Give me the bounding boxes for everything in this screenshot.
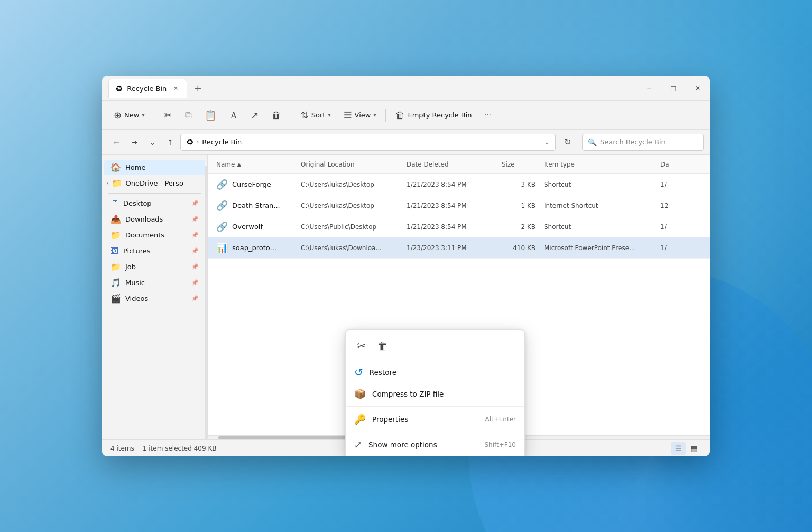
onedrive-label: OneDrive - Perso bbox=[125, 179, 183, 187]
more-options-button[interactable]: ··· bbox=[479, 106, 496, 124]
file-date-cell: 1/21/2023 8:54 PM bbox=[407, 202, 502, 209]
paste-button[interactable]: 📋 bbox=[199, 106, 222, 124]
table-row[interactable]: 🔗 CurseForge C:\Users\lukas\Desktop 1/21… bbox=[208, 174, 710, 195]
copy-button[interactable]: ⧉ bbox=[180, 106, 197, 124]
sidebar-item-music[interactable]: 🎵 Music 📌 bbox=[104, 275, 205, 290]
address-path[interactable]: ♻ › Recycle Bin ⌄ bbox=[180, 134, 556, 151]
file-date-cell: 1/21/2023 8:54 PM bbox=[407, 181, 502, 188]
sidebar-group-onedrive[interactable]: › 📁 OneDrive - Perso bbox=[102, 176, 207, 191]
ctx-compress-item[interactable]: 📦 Compress to ZIP file bbox=[346, 383, 524, 404]
path-recycle-icon: ♻ bbox=[186, 137, 193, 147]
new-tab-button[interactable]: + bbox=[189, 80, 206, 97]
search-box[interactable]: 🔍 Search Recycle Bin bbox=[582, 134, 704, 151]
job-label: Job bbox=[125, 263, 136, 271]
cut-button[interactable]: ✂ bbox=[159, 106, 177, 124]
address-bar: ← → ⌄ ↑ ♻ › Recycle Bin ⌄ ↻ 🔍 Search Rec… bbox=[102, 130, 710, 155]
videos-label: Videos bbox=[125, 295, 148, 302]
window-controls: ─ □ ✕ bbox=[637, 76, 710, 100]
paste-icon: 📋 bbox=[205, 109, 216, 121]
new-button[interactable]: ⊕ New ▾ bbox=[108, 106, 150, 124]
ctx-restore-item[interactable]: ↺ Restore bbox=[346, 361, 524, 383]
sidebar-divider bbox=[108, 193, 201, 194]
file-orig-cell: C:\Users\Public\Desktop bbox=[301, 223, 407, 231]
ctx-restore-label: Restore bbox=[370, 368, 396, 377]
forward-button[interactable]: → bbox=[126, 134, 142, 150]
new-label: New bbox=[124, 111, 139, 119]
onedrive-icon: 📁 bbox=[112, 178, 122, 188]
search-icon: 🔍 bbox=[588, 138, 597, 146]
col-header-name[interactable]: Name ▲ bbox=[216, 161, 301, 168]
ctx-show-more-item[interactable]: ⤢ Show more options Shift+F10 bbox=[346, 434, 524, 455]
share-button[interactable]: ↗ bbox=[246, 106, 264, 124]
maximize-button[interactable]: □ bbox=[661, 76, 686, 100]
col-header-type[interactable]: Item type bbox=[544, 161, 660, 168]
job-pin-icon: 📌 bbox=[191, 263, 199, 270]
active-tab[interactable]: ♻ Recycle Bin ✕ bbox=[108, 79, 187, 98]
tab-recycle-icon: ♻ bbox=[115, 84, 123, 94]
tab-close-button[interactable]: ✕ bbox=[171, 84, 180, 93]
context-menu: ✂ 🗑 ↺ Restore 📦 Compress to ZIP file 🔑 P… bbox=[345, 329, 525, 456]
sidebar-item-desktop[interactable]: 🖥 Desktop 📌 bbox=[104, 196, 205, 211]
col-header-orig[interactable]: Original Location bbox=[301, 161, 407, 168]
list-view-button[interactable]: ☰ bbox=[671, 442, 686, 455]
ctx-cut-icon: ✂ bbox=[357, 340, 366, 352]
name-sort-arrow: ▲ bbox=[237, 161, 241, 167]
ctx-cut-button[interactable]: ✂ bbox=[352, 336, 371, 355]
close-button[interactable]: ✕ bbox=[686, 76, 710, 100]
col-header-size[interactable]: Size bbox=[502, 161, 544, 168]
sort-icon: ⇅ bbox=[301, 109, 309, 121]
sidebar-home-label: Home bbox=[125, 163, 145, 171]
sidebar-item-job[interactable]: 📁 Job 📌 bbox=[104, 259, 205, 274]
delete-button[interactable]: 🗑 bbox=[266, 106, 287, 124]
minimize-button[interactable]: ─ bbox=[637, 76, 661, 100]
sidebar-item-videos[interactable]: 🎬 Videos 📌 bbox=[104, 291, 205, 306]
downloads-label: Downloads bbox=[125, 215, 163, 223]
path-dropdown-icon[interactable]: ⌄ bbox=[545, 139, 550, 146]
ctx-compress-label: Compress to ZIP file bbox=[372, 390, 444, 398]
file-type-cell: Shortcut bbox=[544, 181, 660, 188]
sidebar-item-downloads[interactable]: 📥 Downloads 📌 bbox=[104, 212, 205, 227]
ctx-properties-shortcut: Alt+Enter bbox=[485, 416, 516, 423]
home-icon: 🏠 bbox=[110, 162, 121, 172]
share-icon: ↗ bbox=[251, 109, 259, 121]
sidebar-item-documents[interactable]: 📁 Documents 📌 bbox=[104, 227, 205, 243]
context-menu-icon-row: ✂ 🗑 bbox=[346, 333, 524, 359]
file-orig-cell: C:\Users\lukas\Desktop bbox=[301, 181, 407, 188]
ctx-show-more-label: Show more options bbox=[368, 441, 437, 449]
tab-title: Recycle Bin bbox=[127, 85, 167, 93]
sidebar-item-home[interactable]: 🏠 Home bbox=[104, 160, 205, 175]
empty-recycle-bin-button[interactable]: 🗑 Empty Recycle Bin bbox=[390, 106, 477, 124]
music-label: Music bbox=[125, 279, 145, 287]
refresh-button[interactable]: ↻ bbox=[560, 134, 576, 150]
pictures-pin-icon: 📌 bbox=[191, 247, 199, 254]
toolbar: ⊕ New ▾ ✂ ⧉ 📋 Ａ ↗ 🗑 ⇅ Sort ▾ ☰ bbox=[102, 101, 710, 130]
col-header-extra[interactable]: Da bbox=[660, 161, 702, 168]
back-button[interactable]: ← bbox=[108, 134, 124, 150]
file-size-cell: 1 KB bbox=[502, 202, 544, 209]
empty-recycle-label: Empty Recycle Bin bbox=[408, 111, 472, 119]
table-row[interactable]: 🔗 Overwolf C:\Users\Public\Desktop 1/21/… bbox=[208, 216, 710, 237]
table-row[interactable]: 🔗 Death Stran... C:\Users\lukas\Desktop … bbox=[208, 195, 710, 216]
view-button[interactable]: ☰ View ▾ bbox=[338, 106, 381, 124]
table-row[interactable]: 📊 soap_proto... C:\Users\lukas\Downloa..… bbox=[208, 237, 710, 259]
column-headers: Name ▲ Original Location Date Deleted Si… bbox=[208, 155, 710, 174]
sidebar-item-pictures[interactable]: 🖼 Pictures 📌 bbox=[104, 243, 205, 259]
ctx-properties-item[interactable]: 🔑 Properties Alt+Enter bbox=[346, 409, 524, 429]
file-extra-cell: 1/ bbox=[660, 244, 702, 252]
sort-label: Sort bbox=[311, 111, 326, 119]
ctx-delete-button[interactable]: 🗑 bbox=[373, 336, 392, 355]
file-orig-cell: C:\Users\lukas\Downloa... bbox=[301, 244, 407, 252]
col-header-date[interactable]: Date Deleted bbox=[407, 161, 502, 168]
copy-icon: ⧉ bbox=[185, 109, 192, 121]
pictures-label: Pictures bbox=[123, 247, 150, 255]
up-button[interactable]: ↑ bbox=[162, 134, 178, 150]
dropdown-history-button[interactable]: ⌄ bbox=[144, 134, 160, 150]
documents-icon: 📁 bbox=[110, 230, 121, 240]
grid-view-button[interactable]: ▦ bbox=[687, 442, 702, 455]
onedrive-chevron-icon: › bbox=[106, 180, 108, 187]
path-text: Recycle Bin bbox=[202, 138, 242, 146]
file-explorer-window: ♻ Recycle Bin ✕ + ─ □ ✕ ⊕ New ▾ ✂ ⧉ 📋 Ａ bbox=[102, 76, 710, 456]
sort-button[interactable]: ⇅ Sort ▾ bbox=[296, 106, 336, 124]
view-chevron-icon: ▾ bbox=[373, 112, 376, 118]
rename-button[interactable]: Ａ bbox=[224, 106, 244, 124]
